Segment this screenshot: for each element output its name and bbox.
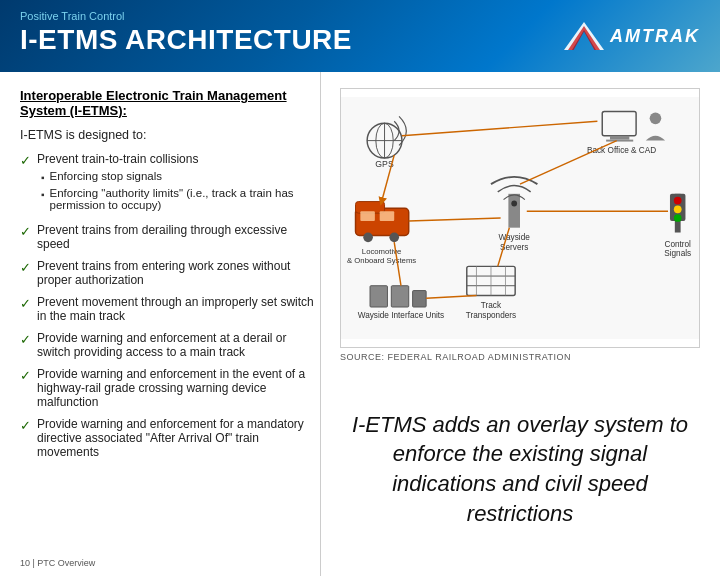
list-item: ✓ Prevent train-to-train collisions ▪ En… — [20, 152, 320, 215]
svg-rect-41 — [391, 286, 408, 307]
svg-text:Back Office & CAD: Back Office & CAD — [587, 146, 656, 155]
sub-bullet-text: Enforcing "authority limits" (i.e., trac… — [50, 187, 320, 211]
svg-point-27 — [674, 197, 682, 205]
sub-bullet-icon: ▪ — [41, 189, 45, 200]
svg-point-22 — [511, 201, 517, 207]
sub-bullet-list: ▪ Enforcing stop signals ▪ Enforcing "au… — [41, 170, 320, 211]
svg-text:Signals: Signals — [664, 249, 691, 258]
svg-text:Control: Control — [664, 240, 691, 249]
svg-text:Wayside: Wayside — [499, 233, 531, 242]
italic-box: I-ETMS adds an overlay system to enforce… — [340, 372, 700, 566]
bullet-text: Provide warning and enforcement in the e… — [37, 367, 320, 409]
list-item: ✓ Prevent movement through an improperly… — [20, 295, 320, 323]
amtrak-logo-icon — [564, 21, 604, 51]
checkmark-icon: ✓ — [20, 418, 31, 433]
svg-point-11 — [650, 113, 662, 125]
intro-text: I-ETMS is designed to: — [20, 128, 320, 142]
list-item: ✓ Provide warning and enforcement for a … — [20, 417, 320, 459]
svg-text:Wayside Interface Units: Wayside Interface Units — [358, 311, 444, 320]
svg-rect-42 — [413, 291, 427, 307]
bullet-list: ✓ Prevent train-to-train collisions ▪ En… — [20, 152, 320, 459]
checkmark-icon: ✓ — [20, 368, 31, 383]
bullet-text: Provide warning and enforcement for a ma… — [37, 417, 320, 459]
amtrak-logo: AMTRAK — [564, 21, 700, 51]
checkmark-icon: ✓ — [20, 332, 31, 347]
svg-rect-9 — [610, 136, 629, 140]
right-column: GPS Back Office & CAD — [340, 88, 700, 566]
svg-point-16 — [389, 233, 399, 243]
header: Positive Train Control I-ETMS ARCHITECTU… — [0, 0, 720, 72]
left-column: Interoperable Electronic Train Managemen… — [20, 88, 320, 566]
sub-bullet-text: Enforcing stop signals — [50, 170, 163, 182]
sub-list-item: ▪ Enforcing "authority limits" (i.e., tr… — [41, 187, 320, 211]
svg-text:& Onboard Systems: & Onboard Systems — [347, 256, 416, 265]
checkmark-icon: ✓ — [20, 153, 31, 168]
bullet-text: Provide warning and enforcement at a der… — [37, 331, 320, 359]
italic-description: I-ETMS adds an overlay system to enforce… — [350, 410, 690, 529]
svg-rect-40 — [370, 286, 387, 307]
section-title: Interoperable Electronic Train Managemen… — [20, 88, 320, 118]
list-item: ✓ Provide warning and enforcement at a d… — [20, 331, 320, 359]
locomotive-group: Locomotive & Onboard Systems — [347, 202, 416, 266]
bullet-text: Prevent train-to-train collisions — [37, 152, 198, 166]
diagram-area: GPS Back Office & CAD — [340, 88, 700, 348]
architecture-diagram: GPS Back Office & CAD — [341, 89, 699, 347]
footer: 10 | PTC Overview — [20, 558, 95, 568]
checkmark-icon: ✓ — [20, 260, 31, 275]
divider — [320, 72, 321, 576]
main-content: Interoperable Electronic Train Managemen… — [0, 72, 720, 576]
checkmark-icon: ✓ — [20, 296, 31, 311]
svg-point-28 — [674, 205, 682, 213]
svg-rect-21 — [508, 194, 520, 228]
svg-text:Track: Track — [481, 301, 502, 310]
checkmark-icon: ✓ — [20, 224, 31, 239]
list-item: ✓ Prevent trains from derailing through … — [20, 223, 320, 251]
bullet-text: Prevent movement through an improperly s… — [37, 295, 320, 323]
bullet-text: Prevent trains from derailing through ex… — [37, 223, 320, 251]
svg-rect-17 — [360, 211, 375, 221]
amtrak-logo-text: AMTRAK — [610, 26, 700, 47]
list-item: ✓ Prevent trains from entering work zone… — [20, 259, 320, 287]
svg-point-29 — [674, 214, 682, 222]
svg-rect-18 — [380, 211, 395, 221]
sub-list-item: ▪ Enforcing stop signals — [41, 170, 320, 183]
svg-text:Transponders: Transponders — [466, 311, 516, 320]
bullet-text: Prevent trains from entering work zones … — [37, 259, 320, 287]
sub-bullet-icon: ▪ — [41, 172, 45, 183]
diagram-container: GPS Back Office & CAD — [340, 88, 700, 362]
source-text: SOURCE: FEDERAL RAILROAD ADMINISTRATION — [340, 352, 700, 362]
list-item: ✓ Provide warning and enforcement in the… — [20, 367, 320, 409]
svg-point-15 — [363, 233, 373, 243]
svg-rect-10 — [606, 140, 633, 142]
